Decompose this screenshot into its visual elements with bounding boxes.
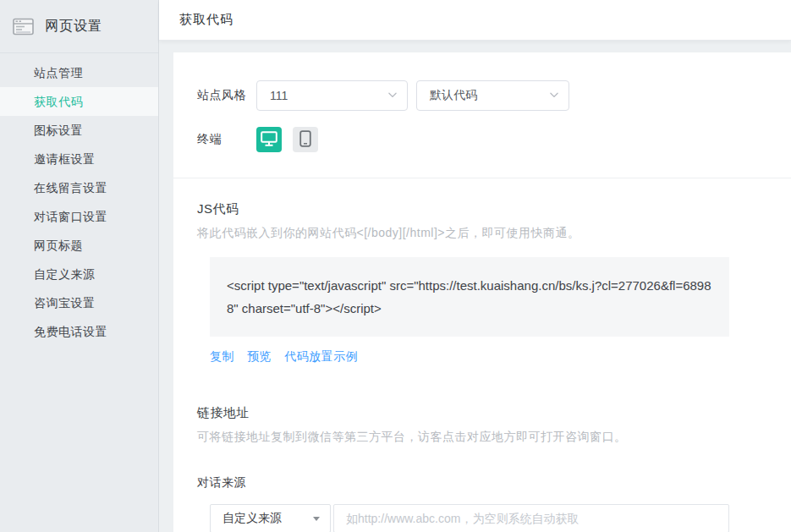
page-title: 获取代码 (179, 12, 233, 28)
content-panel: 站点风格 111 默认代码 (173, 52, 791, 532)
sidebar-item-link[interactable]: 网页标题 (0, 231, 158, 260)
code-actions-row: 复制 预览 代码放置示例 (210, 349, 729, 365)
code-type-select[interactable]: 默认代码 (416, 80, 569, 111)
code-type-select-value: 默认代码 (430, 88, 477, 103)
dialog-source-label: 对话来源 (197, 475, 791, 491)
section-divider (173, 178, 791, 178)
sidebar-item-link[interactable]: 在线留言设置 (0, 173, 158, 202)
webpage-settings-icon (13, 18, 34, 36)
dialog-source-row: 自定义来源 (210, 504, 791, 532)
sidebar-item-link[interactable]: 邀请框设置 (0, 145, 158, 173)
terminal-desktop-button[interactable] (256, 127, 282, 152)
js-code-section: JS代码 将此代码嵌入到你的网站代码<[/body][/html]>之后，即可使… (197, 201, 791, 365)
sidebar-item-link[interactable]: 自定义来源 (0, 260, 158, 288)
page-header: 获取代码 (159, 0, 791, 41)
js-code-title: JS代码 (197, 201, 791, 217)
site-style-row: 站点风格 111 默认代码 (197, 80, 791, 111)
site-style-select-value: 111 (270, 89, 288, 102)
source-url-input[interactable] (333, 504, 729, 532)
terminal-label: 终端 (197, 132, 256, 147)
chevron-down-icon (387, 89, 398, 103)
app-window: 网页设置 站点管理获取代码图标设置邀请框设置在线留言设置对话窗口设置网页标题自定… (0, 0, 791, 532)
dialog-source-select-value: 自定义来源 (222, 511, 282, 526)
terminal-row: 终端 (197, 127, 791, 152)
sidebar-item-link[interactable]: 对话窗口设置 (0, 202, 158, 231)
code-placement-example-link[interactable]: 代码放置示例 (284, 349, 358, 365)
preview-link[interactable]: 预览 (247, 349, 272, 365)
desktop-monitor-icon (261, 131, 277, 149)
dialog-source-select[interactable]: 自定义来源 (210, 504, 331, 532)
terminal-mobile-button[interactable] (293, 127, 318, 152)
sidebar-item-link[interactable]: 咨询宝设置 (0, 288, 158, 317)
sidebar-menu: 站点管理获取代码图标设置邀请框设置在线留言设置对话窗口设置网页标题自定义来源咨询… (0, 53, 158, 346)
sidebar-item-active[interactable]: 获取代码 (0, 87, 158, 116)
content-background: 站点风格 111 默认代码 (159, 41, 791, 532)
copy-link[interactable]: 复制 (210, 349, 234, 365)
sidebar-title: 网页设置 (45, 18, 102, 36)
caret-down-icon (313, 517, 320, 521)
sidebar-header: 网页设置 (0, 0, 158, 53)
sidebar-item-link[interactable]: 图标设置 (0, 116, 158, 145)
chevron-down-icon (548, 89, 560, 103)
js-code-snippet: <script type="text/javascript" src="http… (210, 257, 729, 337)
main-area: 获取代码 站点风格 111 默认代码 (159, 0, 791, 532)
sidebar-item-link[interactable]: 免费电话设置 (0, 317, 158, 346)
link-address-title: 链接地址 (197, 405, 791, 421)
link-address-description: 可将链接地址复制到微信等第三方平台，访客点击对应地方即可打开咨询窗口。 (197, 430, 791, 445)
site-style-select[interactable]: 111 (256, 80, 408, 111)
sidebar-item-link[interactable]: 站点管理 (0, 58, 158, 87)
link-address-section: 链接地址 可将链接地址复制到微信等第三方平台，访客点击对应地方即可打开咨询窗口。… (197, 405, 791, 532)
sidebar: 网页设置 站点管理获取代码图标设置邀请框设置在线留言设置对话窗口设置网页标题自定… (0, 0, 159, 532)
mobile-phone-icon (299, 130, 311, 150)
js-code-description: 将此代码嵌入到你的网站代码<[/body][/html]>之后，即可使用快商通。 (197, 226, 791, 241)
site-style-label: 站点风格 (197, 88, 256, 103)
